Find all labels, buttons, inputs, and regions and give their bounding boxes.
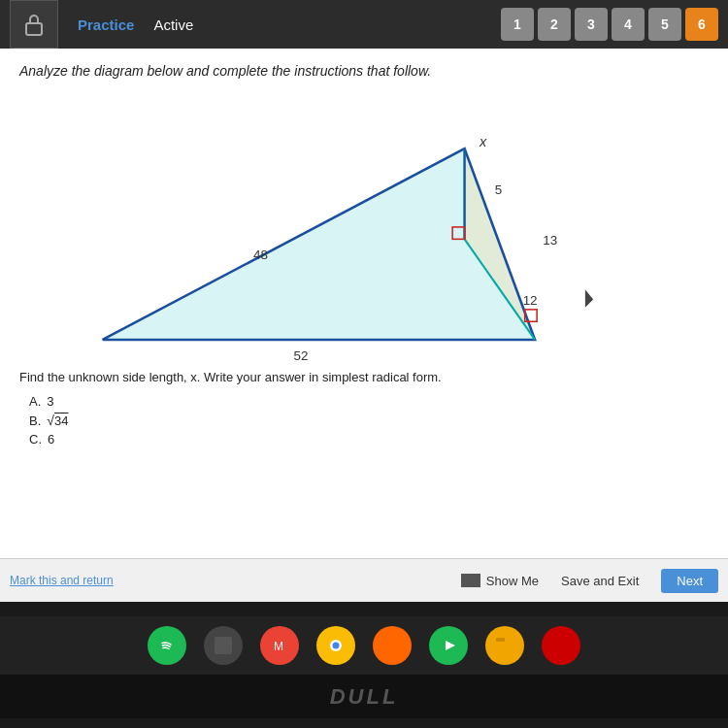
dell-logo: DULL xyxy=(330,684,399,710)
svg-marker-21 xyxy=(382,636,402,653)
taskbar-chrome[interactable] xyxy=(316,626,355,665)
nav-btn-3[interactable]: 3 xyxy=(575,8,608,41)
answer-value-c: 6 xyxy=(48,432,54,447)
mark-return-link[interactable]: Mark this and return xyxy=(10,574,114,587)
next-button[interactable]: Next xyxy=(661,569,718,593)
taskbar-files[interactable] xyxy=(485,626,524,665)
answer-choices: A. 3 B. √34 C. 6 xyxy=(29,394,709,447)
taskbar-gmail[interactable]: M xyxy=(260,626,299,665)
instruction-text: Analyze the diagram below and complete t… xyxy=(19,63,709,79)
svg-marker-13 xyxy=(585,289,593,308)
taskbar: M xyxy=(0,616,728,675)
content-area: Analyze the diagram below and complete t… xyxy=(0,49,728,602)
nav-btn-4[interactable]: 4 xyxy=(612,8,645,41)
answer-label-c: C. xyxy=(29,432,42,447)
answer-choice-c[interactable]: C. 6 xyxy=(29,432,709,447)
taskbar-play[interactable] xyxy=(429,626,468,665)
show-me-button[interactable]: Show Me xyxy=(461,574,539,588)
taskbar-settings[interactable] xyxy=(542,626,580,665)
show-me-label: Show Me xyxy=(486,574,539,588)
status-badge: Active xyxy=(153,17,193,33)
save-exit-button[interactable]: Save and Exit xyxy=(553,570,646,592)
svg-text:x: x xyxy=(479,134,487,149)
lock-icon[interactable] xyxy=(10,0,58,49)
answer-choice-a[interactable]: A. 3 xyxy=(29,394,709,409)
svg-rect-15 xyxy=(215,637,232,654)
action-bar: Mark this and return Show Me Save and Ex… xyxy=(0,558,728,602)
dell-area: DULL xyxy=(0,675,728,718)
triangle-diagram: x 5 13 48 12 52 xyxy=(19,88,709,370)
show-me-icon xyxy=(461,574,480,587)
answer-value-a: 3 xyxy=(47,394,53,409)
question-text: Find the unknown side length, x. Write y… xyxy=(19,370,709,384)
taskbar-spotify[interactable] xyxy=(148,626,186,665)
svg-text:M: M xyxy=(274,640,283,653)
svg-text:48: 48 xyxy=(253,248,268,262)
question-nav: 1 2 3 4 5 6 xyxy=(501,8,718,41)
svg-text:12: 12 xyxy=(523,293,538,308)
nav-btn-2[interactable]: 2 xyxy=(538,8,571,41)
diagram-container: x 5 13 48 12 52 xyxy=(19,88,709,370)
nav-btn-6[interactable]: 6 xyxy=(685,8,718,41)
svg-text:52: 52 xyxy=(294,348,309,363)
answer-label-a: A. xyxy=(29,394,41,409)
svg-rect-0 xyxy=(26,23,42,35)
taskbar-window[interactable] xyxy=(204,626,243,665)
svg-point-26 xyxy=(551,636,571,655)
answer-value-b: √34 xyxy=(47,413,68,428)
page-title: Practice xyxy=(78,17,134,33)
svg-point-20 xyxy=(333,643,340,649)
top-bar: Practice Active 1 2 3 4 5 6 xyxy=(0,0,728,49)
svg-text:13: 13 xyxy=(543,233,557,248)
nav-btn-5[interactable]: 5 xyxy=(648,8,681,41)
svg-rect-25 xyxy=(496,638,505,642)
taskbar-linux[interactable] xyxy=(373,626,412,665)
answer-label-b: B. xyxy=(29,414,41,428)
nav-btn-1[interactable]: 1 xyxy=(501,8,534,41)
svg-text:5: 5 xyxy=(495,182,502,197)
answer-choice-b[interactable]: B. √34 xyxy=(29,413,709,428)
